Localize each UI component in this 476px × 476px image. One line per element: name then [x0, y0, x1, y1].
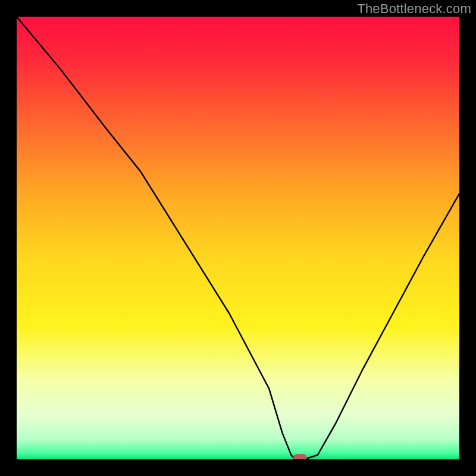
- chart-svg: [17, 17, 459, 459]
- chart-background: [17, 17, 459, 459]
- plot-area: [17, 17, 459, 459]
- watermark-text: TheBottleneck.com: [357, 1, 471, 17]
- optimum-marker: [293, 455, 306, 460]
- chart-frame: TheBottleneck.com: [0, 0, 476, 476]
